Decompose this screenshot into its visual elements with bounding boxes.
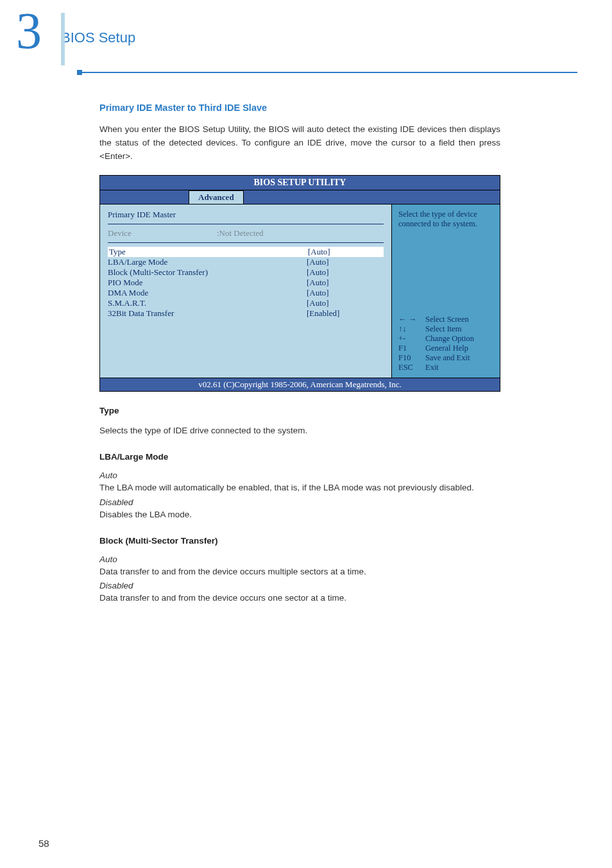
bios-item-label: 32Bit Data Transfer — [108, 308, 307, 319]
block-auto-label: Auto — [99, 555, 500, 564]
bios-screen-title: Primary IDE Master — [108, 210, 384, 220]
bios-tab-advanced[interactable]: Advanced — [189, 190, 244, 204]
bios-device-value: :Not Detected — [217, 228, 294, 238]
bios-item-type[interactable]: Type [Auto] — [108, 247, 384, 257]
bios-footer: v02.61 (C)Copyright 1985-2006, American … — [100, 378, 500, 391]
block-disabled-text: Data transfer to and from the device occ… — [99, 592, 500, 605]
bios-item-label: DMA Mode — [108, 288, 307, 298]
sub-lba-heading: LBA/Large Mode — [99, 452, 500, 462]
help-desc: Change Option — [425, 334, 474, 344]
intro-paragraph: When you enter the BIOS Setup Utility, t… — [99, 123, 500, 163]
help-key: +- — [398, 334, 425, 344]
bios-item-value: [Auto] — [307, 278, 384, 288]
help-key: F1 — [398, 344, 425, 353]
bios-item-lba[interactable]: LBA/Large Mode [Auto] — [108, 257, 384, 267]
bios-item-value: [Enabled] — [307, 308, 384, 319]
header-rule — [77, 72, 577, 73]
bios-item-value: [Auto] — [307, 257, 384, 267]
bios-help-keys: ← →Select Screen ↑↓Select Item +-Change … — [398, 315, 493, 372]
help-desc: Exit — [425, 363, 439, 372]
bios-item-value: [Auto] — [307, 298, 384, 308]
lba-auto-text: The LBA mode will automatically be enabl… — [99, 481, 500, 495]
lba-disabled-text: Disables the LBA mode. — [99, 508, 500, 522]
bios-item-smart[interactable]: S.M.A.R.T. [Auto] — [108, 298, 384, 308]
block-auto-text: Data transfer to and from the device occ… — [99, 565, 500, 579]
lba-disabled-label: Disabled — [99, 497, 500, 507]
bios-item-value: [Auto] — [307, 267, 384, 278]
bios-item-label: LBA/Large Mode — [108, 257, 307, 267]
sub-type-text: Selects the type of IDE drive connected … — [99, 424, 500, 438]
chapter-title: BIOS Setup — [61, 29, 135, 46]
bios-left-pane: Primary IDE Master Device :Not Detected … — [100, 204, 392, 378]
bios-item-value: [Auto] — [307, 247, 384, 257]
bios-item-label: S.M.A.R.T. — [108, 298, 307, 308]
bios-item-block[interactable]: Block (Multi-Sector Transfer) [Auto] — [108, 267, 384, 278]
bios-item-value: [Auto] — [307, 288, 384, 298]
help-desc: General Help — [425, 344, 468, 353]
bios-tab-bar: Advanced — [100, 190, 500, 204]
bios-item-label: Block (Multi-Sector Transfer) — [108, 267, 307, 278]
bios-device-row: Device :Not Detected — [108, 228, 384, 238]
bios-item-32bit[interactable]: 32Bit Data Transfer [Enabled] — [108, 308, 384, 319]
help-key: F10 — [398, 353, 425, 363]
page-content: Primary IDE Master to Third IDE Slave Wh… — [99, 103, 500, 617]
bios-title-bar: BIOS SETUP UTILITY — [100, 176, 500, 190]
help-desc: Select Item — [425, 324, 462, 334]
sub-block-heading: Block (Multi-Sector Transfer) — [99, 536, 500, 546]
help-key: ↑↓ — [398, 324, 425, 334]
help-key: ESC — [398, 363, 425, 372]
bios-right-pane: Select the type of device connected to t… — [392, 204, 500, 378]
bios-screenshot: BIOS SETUP UTILITY Advanced Primary IDE … — [99, 175, 500, 392]
block-disabled-label: Disabled — [99, 581, 500, 590]
bios-item-pio[interactable]: PIO Mode [Auto] — [108, 278, 384, 288]
help-desc: Select Screen — [425, 315, 469, 324]
section-title: Primary IDE Master to Third IDE Slave — [99, 103, 500, 113]
help-desc: Save and Exit — [425, 353, 470, 363]
page-number: 58 — [38, 838, 49, 849]
chapter-header: 3 BIOS Setup — [16, 12, 593, 50]
bios-item-label: Type — [108, 247, 307, 257]
chapter-number: 3 — [16, 12, 42, 50]
sub-type-heading: Type — [99, 406, 500, 415]
help-key: ← → — [398, 315, 425, 324]
lba-auto-label: Auto — [99, 471, 500, 480]
bios-item-label: PIO Mode — [108, 278, 307, 288]
bios-help-text: Select the type of device connected to t… — [398, 210, 493, 229]
bios-item-dma[interactable]: DMA Mode [Auto] — [108, 288, 384, 298]
chapter-accent-bar — [61, 13, 65, 65]
